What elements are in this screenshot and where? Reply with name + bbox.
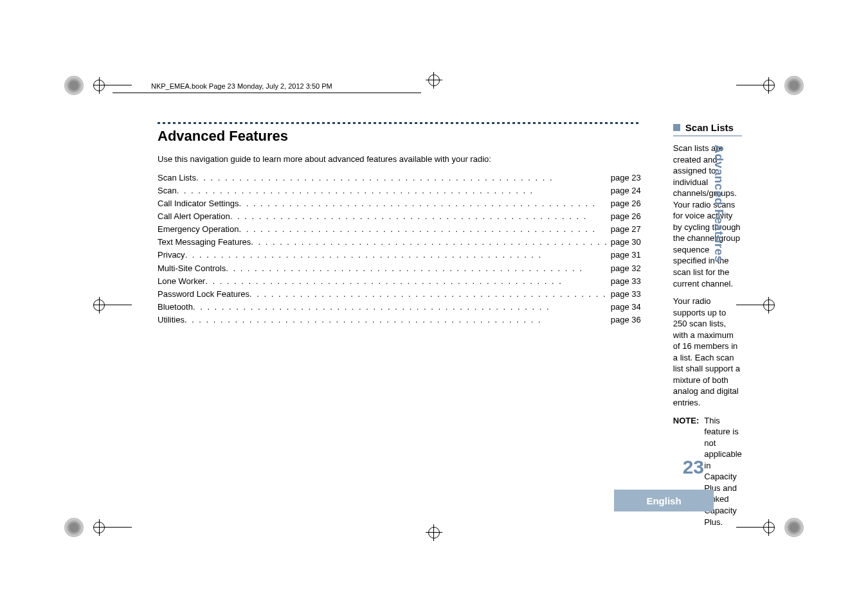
toc-item: Call Alert Operationpage 26	[158, 210, 641, 223]
toc-page: page 26	[608, 210, 641, 223]
section-heading-row: Scan Lists	[673, 122, 742, 133]
registration-corner	[64, 76, 84, 95]
toc-leader	[239, 197, 608, 210]
toc-label: Scan	[158, 184, 177, 197]
language-tab: English	[614, 490, 714, 511]
toc-item: Scanpage 24	[158, 184, 641, 197]
toc-leader	[177, 184, 608, 197]
toc-label: Call Alert Operation	[158, 210, 230, 223]
intro-paragraph: Use this navigation guide to learn more …	[158, 154, 641, 165]
toc-leader	[185, 249, 608, 262]
toc-leader	[193, 301, 608, 314]
toc-item: Scan Listspage 23	[158, 172, 641, 184]
toc-item: Emergency Operationpage 27	[158, 223, 641, 236]
registration-corner	[64, 518, 84, 537]
page-number: 23	[683, 456, 704, 478]
toc-item: Password Lock Featurespage 33	[158, 288, 641, 301]
toc-leader	[185, 314, 608, 326]
toc-label: Bluetooth	[158, 301, 193, 314]
toc-leader	[251, 236, 608, 249]
toc-page: page 36	[608, 314, 641, 326]
header-rule	[113, 93, 421, 93]
toc-item: Privacypage 31	[158, 249, 641, 262]
toc-label: Utilities	[158, 314, 185, 326]
toc-leader	[230, 210, 608, 223]
toc-label: Lone Worker	[158, 275, 205, 288]
toc-page: page 33	[608, 288, 641, 301]
body-paragraph: Scan lists are created and assigned to i…	[673, 143, 742, 289]
registration-corner	[784, 76, 804, 95]
toc-page: page 27	[608, 223, 641, 236]
crop-mark	[426, 524, 442, 541]
section-bullet-icon	[673, 124, 680, 131]
page-content: Advanced Features Use this navigation gu…	[158, 122, 710, 517]
toc-label: Text Messaging Features	[158, 236, 251, 249]
toc-label: Password Lock Features	[158, 288, 249, 301]
toc-list: Scan Listspage 23 Scanpage 24 Call Indic…	[158, 172, 641, 327]
crop-mark	[93, 519, 132, 536]
toc-page: page 33	[608, 275, 641, 288]
toc-item: Multi-Site Controlspage 32	[158, 262, 641, 275]
toc-label: Emergency Operation	[158, 223, 239, 236]
toc-item: Call Indicator Settingspage 26	[158, 197, 641, 210]
language-label: English	[646, 495, 681, 506]
thumb-tab: Advanced Features	[711, 145, 727, 292]
toc-item: Utilitiespage 36	[158, 314, 641, 326]
toc-page: page 26	[608, 197, 641, 210]
body-paragraph: Your radio supports up to 250 scan lists…	[673, 296, 742, 408]
header-metadata: NKP_EMEA.book Page 23 Monday, July 2, 20…	[151, 82, 332, 90]
toc-item: Bluetoothpage 34	[158, 301, 641, 314]
toc-leader	[196, 172, 608, 184]
toc-label: Scan Lists	[158, 172, 196, 184]
toc-page: page 30	[608, 236, 641, 249]
section-rule	[673, 136, 742, 136]
thumb-tab-label: Advanced Features	[712, 145, 726, 263]
toc-page: page 23	[608, 172, 641, 184]
toc-leader	[249, 288, 608, 301]
chapter-rule	[158, 122, 641, 124]
toc-page: page 32	[608, 262, 641, 275]
crop-mark	[93, 297, 132, 314]
toc-label: Multi-Site Controls	[158, 262, 226, 275]
toc-item: Lone Workerpage 33	[158, 275, 641, 288]
toc-page: page 24	[608, 184, 641, 197]
toc-item: Text Messaging Featurespage 30	[158, 236, 641, 249]
toc-page: page 34	[608, 301, 641, 314]
crop-mark	[736, 519, 775, 536]
toc-leader	[205, 275, 608, 288]
toc-page: page 31	[608, 249, 641, 262]
toc-leader	[226, 262, 608, 275]
crop-mark	[93, 77, 132, 94]
registration-corner	[784, 518, 804, 537]
crop-mark	[426, 72, 442, 89]
section-title: Scan Lists	[685, 122, 734, 133]
chapter-title: Advanced Features	[158, 128, 641, 145]
toc-label: Call Indicator Settings	[158, 197, 239, 210]
toc-leader	[239, 223, 608, 236]
left-column: Advanced Features Use this navigation gu…	[158, 122, 641, 517]
toc-label: Privacy	[158, 249, 185, 262]
crop-mark	[736, 77, 775, 94]
